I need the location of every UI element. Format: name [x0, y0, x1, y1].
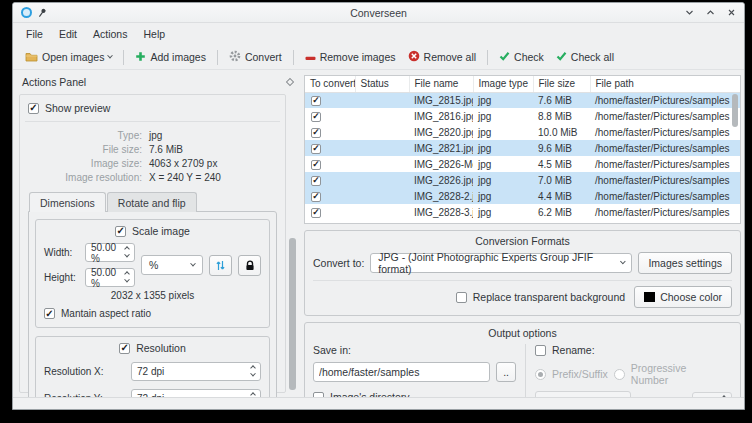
check-all-button[interactable]: Check all: [550, 48, 620, 66]
menu-file[interactable]: File: [18, 25, 51, 43]
toolbar-separator: [293, 50, 294, 65]
images-settings-button[interactable]: Images settings: [638, 252, 732, 274]
panel-float-icon[interactable]: [286, 78, 294, 86]
remove-all-button[interactable]: Remove all: [402, 47, 483, 67]
spin-down-icon[interactable]: [124, 252, 130, 258]
maintain-aspect-checkbox[interactable]: [44, 308, 55, 319]
row-convert-checkbox[interactable]: [311, 128, 321, 138]
table-row[interactable]: IMG_2821.jpgjpg9.6 MiB/home/faster/Pictu…: [305, 140, 740, 156]
scale-image-checkbox[interactable]: [115, 226, 126, 237]
info-label-resolution: Image resolution:: [28, 172, 142, 183]
scrollbar-thumb[interactable]: [732, 94, 738, 127]
show-preview-label: Show preview: [45, 102, 110, 114]
column-header-image-type[interactable]: Image type: [473, 76, 533, 92]
column-header-file-name[interactable]: File name: [409, 76, 473, 92]
row-convert-checkbox[interactable]: [311, 208, 321, 218]
table-row[interactable]: IMG_2820.jpgjpg10.0 MiB/home/faster/Pict…: [305, 124, 740, 140]
prefix-suffix-radio[interactable]: [535, 369, 546, 380]
browse-button[interactable]: ..: [496, 362, 516, 382]
width-spinbox[interactable]: 50.00 %: [85, 243, 135, 262]
info-label-type: Type:: [28, 130, 142, 141]
window-title: Converseen: [13, 7, 744, 19]
cell-type: jpg: [473, 156, 533, 172]
save-in-label: Save in:: [313, 344, 516, 356]
table-row[interactable]: IMG_2826-Mo...jpg4.5 MiB/home/faster/Pic…: [305, 156, 740, 172]
tab-rotate-and-flip[interactable]: Rotate and flip: [107, 192, 197, 212]
column-header-status[interactable]: Status: [355, 76, 409, 92]
cell-size: 6.2 MiB: [533, 204, 590, 220]
maximize-button[interactable]: [706, 8, 715, 17]
table-row[interactable]: IMG_2815.jpgjpg7.6 MiB/home/faster/Pictu…: [305, 92, 740, 108]
replace-background-checkbox[interactable]: [456, 292, 467, 303]
remove-images-button[interactable]: Remove images: [299, 48, 402, 66]
convert-button[interactable]: Convert: [223, 47, 288, 67]
minimize-button[interactable]: [685, 8, 694, 17]
cell-status: [355, 188, 409, 204]
menu-edit[interactable]: Edit: [51, 25, 85, 43]
panel-scrollbar[interactable]: [289, 96, 296, 391]
height-spinbox[interactable]: 50.00 %: [85, 268, 135, 287]
table-row[interactable]: IMG_2816.jpgjpg8.8 MiB/home/faster/Pictu…: [305, 108, 740, 124]
table-scrollbar[interactable]: [732, 94, 738, 221]
row-convert-checkbox[interactable]: [311, 112, 321, 122]
save-path-input[interactable]: [313, 362, 490, 382]
cell-type: jpg: [473, 92, 533, 108]
conversion-formats-group: Conversion Formats Convert to: JPG - (Jo…: [304, 230, 741, 316]
swap-dimensions-button[interactable]: [209, 255, 232, 276]
format-combobox[interactable]: JPG - (Joint Photographic Experts Group …: [370, 253, 632, 273]
row-convert-checkbox[interactable]: [311, 192, 321, 202]
cell-name: IMG_2826.jpg: [409, 172, 473, 188]
row-convert-checkbox[interactable]: [311, 176, 321, 186]
table-row[interactable]: IMG_2828-2.jpgjpg4.4 MiB/home/faster/Pic…: [305, 188, 740, 204]
spin-down-icon[interactable]: [124, 277, 130, 283]
progressive-number-radio[interactable]: [614, 369, 625, 380]
menu-help[interactable]: Help: [135, 25, 173, 43]
divider: [25, 121, 280, 122]
choose-color-button[interactable]: Choose color: [634, 286, 732, 308]
cell-path: /home/faster/Pictures/samples: [590, 140, 740, 156]
row-convert-checkbox[interactable]: [311, 160, 321, 170]
cell-size: 9.6 MiB: [533, 140, 590, 156]
cell-size: 4.4 MiB: [533, 188, 590, 204]
scrollbar-thumb[interactable]: [289, 238, 296, 390]
cell-type: jpg: [473, 188, 533, 204]
column-header-file-size[interactable]: File size: [533, 76, 590, 92]
cell-status: [355, 108, 409, 124]
row-convert-checkbox[interactable]: [311, 144, 321, 154]
cell-size: 7.6 MiB: [533, 92, 590, 108]
plus-icon: [135, 51, 146, 64]
open-images-button[interactable]: Open images: [19, 48, 118, 67]
cell-status: [355, 124, 409, 140]
add-images-button[interactable]: Add images: [129, 48, 211, 67]
unit-combobox[interactable]: %: [141, 255, 203, 275]
table-row[interactable]: IMG_2826.jpgjpg7.0 MiB/home/faster/Pictu…: [305, 172, 740, 188]
close-button[interactable]: [727, 8, 736, 17]
tab-dimensions[interactable]: Dimensions: [29, 192, 106, 212]
check-icon: [556, 51, 567, 63]
maintain-aspect-label: Mantain aspect ratio: [61, 308, 151, 319]
menu-actions[interactable]: Actions: [85, 25, 135, 43]
spin-down-icon[interactable]: [250, 371, 256, 377]
cell-name: IMG_2826-Mo...: [409, 156, 473, 172]
check-button[interactable]: Check: [493, 48, 550, 66]
toolbar-separator: [487, 50, 488, 65]
column-header-to-convert[interactable]: To convert: [305, 76, 355, 92]
statusbar: [13, 397, 744, 409]
resolution-checkbox[interactable]: [119, 343, 130, 354]
info-value-filesize: 7.6 MiB: [149, 144, 277, 155]
actions-panel: Actions Panel Show preview Type: jpg Fil…: [13, 72, 302, 397]
resolution-x-spinbox[interactable]: 72 dpi: [131, 362, 261, 381]
swap-arrows-icon: [216, 260, 225, 271]
table-row[interactable]: IMG_2828-3.jpgjpg6.2 MiB/home/faster/Pic…: [305, 204, 740, 220]
cell-size: 4.5 MiB: [533, 156, 590, 172]
show-preview-checkbox[interactable]: [28, 103, 39, 114]
cell-status: [355, 92, 409, 108]
scale-image-label: Scale image: [132, 225, 190, 237]
rename-checkbox[interactable]: [535, 345, 546, 356]
row-convert-checkbox[interactable]: [311, 96, 321, 106]
cancel-circle-icon: [408, 50, 420, 64]
minus-icon: [305, 51, 316, 63]
lock-aspect-button[interactable]: [238, 255, 261, 276]
column-header-file-path[interactable]: File path: [590, 76, 740, 92]
toolbar-separator: [217, 50, 218, 65]
